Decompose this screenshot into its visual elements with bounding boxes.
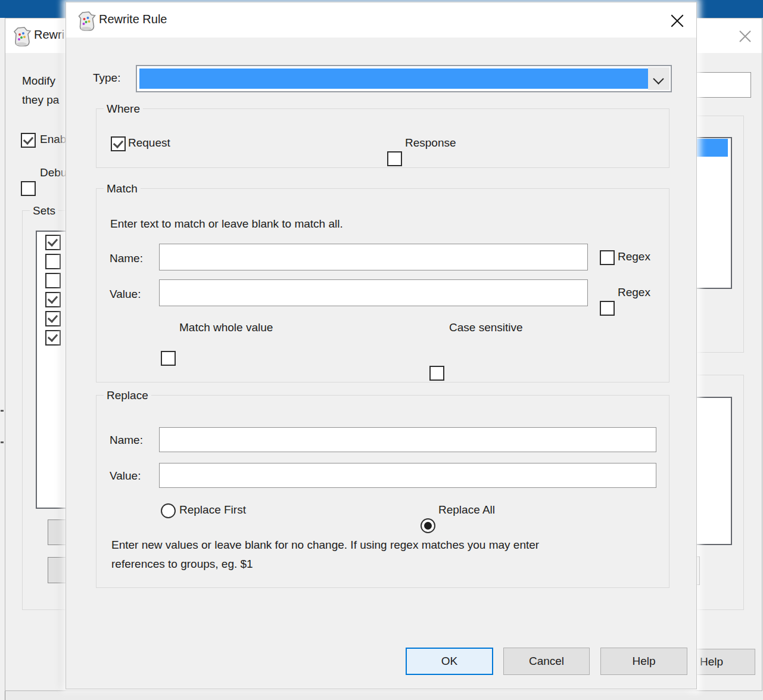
rewrite-settings-title: Rewri	[34, 28, 64, 42]
match-value-regex-label[interactable]: Regex	[618, 285, 650, 300]
enable-checkbox-label[interactable]: Enabl	[40, 132, 69, 147]
request-checkbox[interactable]	[111, 136, 126, 151]
set-item-checkbox[interactable]	[45, 292, 61, 307]
replace-first-label[interactable]: Replace First	[179, 502, 246, 518]
chevron-down-icon	[653, 73, 664, 84]
replace-value-label: Value:	[110, 468, 141, 484]
match-value-regex-checkbox[interactable]	[600, 301, 615, 316]
strip-tick	[1, 441, 4, 443]
replace-all-radio[interactable]	[421, 518, 435, 533]
replace-group: Replace Name: Value: Replace First Repla…	[96, 395, 669, 588]
match-whole-value-label[interactable]: Match whole value	[179, 320, 273, 335]
replace-value-input[interactable]	[159, 463, 656, 488]
set-item-checkbox[interactable]	[45, 254, 61, 269]
close-icon[interactable]	[667, 10, 688, 32]
debug-checkbox[interactable]	[21, 181, 36, 196]
case-sensitive-label[interactable]: Case sensitive	[449, 320, 523, 335]
charles-app-icon	[77, 10, 96, 32]
settings-intro-line1: Modify	[22, 73, 55, 89]
response-checkbox[interactable]	[387, 151, 402, 166]
match-value-input[interactable]	[159, 279, 588, 306]
rewrite-rule-title: Rewrite Rule	[99, 13, 167, 26]
sets-group-legend: Sets	[30, 203, 58, 219]
set-item-checkbox[interactable]	[45, 235, 61, 250]
strip-tick	[1, 410, 4, 412]
response-checkbox-label[interactable]: Response	[405, 135, 456, 151]
match-group-legend: Match	[104, 181, 141, 197]
help-button[interactable]: Help	[600, 648, 687, 675]
cancel-button[interactable]: Cancel	[503, 648, 590, 675]
match-hint: Enter text to match or leave blank to ma…	[110, 216, 343, 232]
enable-checkbox[interactable]	[21, 133, 36, 148]
ok-button[interactable]: OK	[406, 648, 493, 675]
set-item-checkbox[interactable]	[45, 273, 61, 288]
type-dropdown-selection	[139, 69, 650, 89]
case-sensitive-checkbox[interactable]	[429, 366, 444, 381]
where-group-legend: Where	[104, 101, 143, 117]
match-group: Match Enter text to match or leave blank…	[96, 188, 669, 382]
charles-app-icon	[13, 26, 32, 47]
where-group: Where Request Response	[96, 108, 669, 168]
match-name-regex-checkbox[interactable]	[600, 250, 615, 265]
match-name-label: Name:	[110, 251, 143, 266]
settings-intro-line2: they pa	[22, 92, 59, 108]
replace-hint-line1: Enter new values or leave blank for no c…	[111, 537, 539, 553]
rewrite-rule-dialog: Rewrite Rule Type: Where Request Respons…	[66, 2, 697, 689]
type-label: Type:	[93, 70, 120, 86]
replace-name-input[interactable]	[159, 427, 656, 452]
close-icon[interactable]	[734, 26, 756, 47]
type-dropdown-arrow-zone[interactable]	[648, 67, 669, 90]
replace-first-radio[interactable]	[161, 503, 176, 518]
match-name-regex-label[interactable]: Regex	[618, 249, 650, 265]
rewrite-rule-titlebar: Rewrite Rule	[66, 2, 696, 38]
type-dropdown[interactable]	[136, 65, 672, 92]
request-checkbox-label[interactable]: Request	[128, 135, 170, 151]
replace-hint-line2: references to groups, eg. $1	[111, 556, 253, 572]
match-value-label: Value:	[110, 287, 141, 302]
replace-name-label: Name:	[110, 433, 143, 448]
replace-group-legend: Replace	[104, 388, 151, 403]
set-item-checkbox[interactable]	[45, 311, 61, 326]
match-name-input[interactable]	[159, 244, 588, 270]
debug-checkbox-label[interactable]: Debu	[40, 165, 67, 181]
set-item-checkbox[interactable]	[45, 330, 61, 346]
replace-all-label[interactable]: Replace All	[438, 502, 495, 518]
match-whole-value-checkbox[interactable]	[161, 351, 176, 366]
